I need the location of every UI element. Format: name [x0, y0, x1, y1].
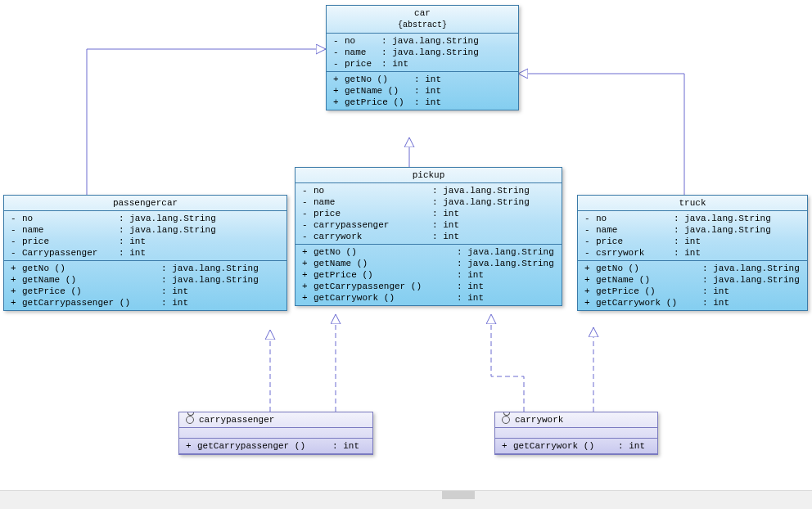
attributes-section: -no: java.lang.String -name: java.lang.S… — [578, 211, 807, 261]
methods-section: +getCarrywork (): int — [495, 439, 657, 454]
methods-section: +getCarrypassenger (): int — [179, 439, 372, 454]
attributes-section: -no: java.lang.String -name: java.lang.S… — [327, 34, 518, 72]
class-name-label: truck — [679, 198, 706, 208]
class-name-label: carrypassenger — [199, 415, 274, 425]
class-title: carrywork — [495, 412, 657, 428]
class-title: car {abstract} — [327, 6, 518, 34]
uml-class-truck[interactable]: truck -no: java.lang.String -name: java.… — [577, 195, 808, 311]
uml-class-pickup[interactable]: pickup -no: java.lang.String -name: java… — [295, 167, 562, 306]
attributes-section — [179, 428, 372, 439]
class-name-label: carrywork — [515, 415, 563, 425]
methods-section: +getNo (): int +getName (): int +getPric… — [327, 72, 518, 110]
class-title: passengercar — [4, 196, 286, 211]
methods-section: +getNo (): java.lang.String +getName ():… — [4, 261, 286, 310]
interface-icon — [502, 416, 510, 424]
uml-class-car[interactable]: car {abstract} -no: java.lang.String -na… — [326, 5, 519, 110]
class-title: pickup — [295, 168, 562, 183]
class-name-label: pickup — [413, 170, 445, 180]
uml-class-passengercar[interactable]: passengercar -no: java.lang.String -name… — [3, 195, 287, 311]
methods-section: +getNo (): java.lang.String +getName ():… — [295, 245, 562, 305]
class-stereotype-label: {abstract} — [398, 20, 447, 29]
class-name-label: car — [414, 8, 431, 18]
methods-section: +getNo (): java.lang.String +getName ():… — [578, 261, 807, 310]
interface-icon — [186, 416, 194, 424]
attributes-section: -no: java.lang.String -name: java.lang.S… — [295, 183, 562, 245]
class-title: truck — [578, 196, 807, 211]
attributes-section — [495, 428, 657, 439]
class-name-label: passengercar — [113, 198, 178, 208]
class-title: carrypassenger — [179, 412, 372, 428]
status-bar — [0, 490, 812, 509]
status-bar-tab[interactable] — [442, 491, 475, 499]
uml-interface-carrypassenger[interactable]: carrypassenger +getCarrypassenger (): in… — [178, 412, 373, 455]
uml-interface-carrywork[interactable]: carrywork +getCarrywork (): int — [494, 412, 658, 455]
attributes-section: -no: java.lang.String -name: java.lang.S… — [4, 211, 286, 261]
